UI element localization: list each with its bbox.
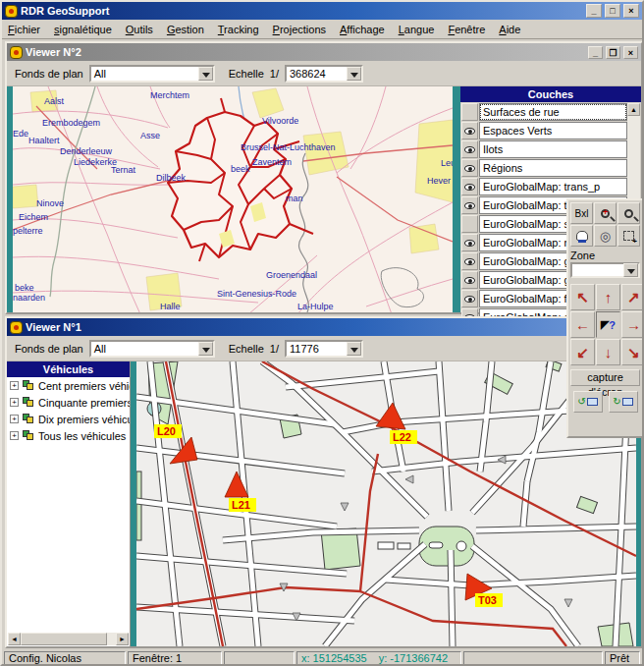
layer-row[interactable]: Ilots [461, 139, 627, 158]
echelle-label: Echelle [229, 68, 264, 80]
map-place-label: pelterre [13, 226, 43, 236]
scroll-right-icon[interactable]: ► [116, 633, 129, 645]
viewer2-minimize-button[interactable]: _ [588, 46, 603, 59]
capture-ecran-button[interactable]: capture d'écran [570, 369, 640, 386]
map-place-label: Ternat [111, 165, 136, 175]
menu-aide[interactable]: Aide [499, 24, 520, 35]
rotate-right-button[interactable]: ↻ [609, 391, 638, 413]
eye-icon[interactable] [461, 140, 478, 158]
menu-outils[interactable]: Outils [126, 24, 153, 35]
eye-icon[interactable] [461, 252, 478, 270]
scrollbar-thumb[interactable] [21, 633, 107, 645]
layer-row[interactable]: Surfaces de rue [461, 102, 627, 121]
pan-up-left-button[interactable]: ↖ [570, 284, 595, 310]
center-button[interactable]: ◎ [594, 225, 617, 247]
vehicle-marker-label[interactable]: L22 [393, 431, 411, 443]
viewer2-map-canvas[interactable]: Aalst Merchtem Erembodegem Ede Haaltert … [13, 86, 453, 312]
chevron-down-icon[interactable] [198, 342, 213, 356]
viewer1-fonds-combo[interactable]: All [89, 340, 215, 358]
eye-icon[interactable] [461, 178, 478, 195]
expand-icon[interactable]: + [10, 415, 19, 423]
magnifier-icon [624, 209, 633, 218]
layer-row[interactable]: Espaces Verts [461, 121, 627, 139]
viewer2-splitter[interactable] [453, 86, 460, 312]
expand-icon[interactable]: + [10, 398, 19, 407]
pan-up-button[interactable]: ↑ [596, 284, 620, 310]
pan-right-button[interactable]: → [621, 311, 644, 338]
tree-item-cinquante-premiers[interactable]: + Cinquante premiers v [7, 394, 130, 411]
expand-icon[interactable]: + [10, 431, 19, 440]
eye-icon[interactable] [461, 234, 478, 251]
viewer1-map-canvas[interactable]: L20 L21 L22 T03 [136, 361, 636, 646]
menu-projections[interactable]: Projections [273, 24, 326, 35]
map-place-label: Asse [140, 131, 160, 140]
vehicules-hscrollbar[interactable]: ◄ ► [8, 633, 129, 645]
tree-item-dix-premiers[interactable]: + Dix premiers véhicule [7, 411, 130, 427]
eye-icon[interactable] [461, 271, 478, 289]
viewer1-echelle-input[interactable] [287, 342, 347, 356]
vehicle-marker-triangle[interactable] [376, 403, 405, 429]
vehicle-marker-label[interactable]: T03 [478, 594, 497, 606]
pan-left-button[interactable]: ← [570, 311, 595, 338]
pan-down-right-button[interactable]: ↘ [621, 339, 644, 365]
map-place-label: Denderleeuw [60, 146, 113, 156]
scroll-left-icon[interactable]: ◄ [8, 633, 21, 645]
tree-item-cent-premiers[interactable]: + Cent premiers véhicu [7, 377, 130, 394]
vehicle-marker-label[interactable]: L21 [232, 499, 250, 511]
rotate-left-button[interactable]: ↺ [573, 391, 603, 413]
vehicules-header: Véhicules [7, 361, 130, 377]
layer-row[interactable]: Régions [461, 158, 627, 177]
pan-down-left-button[interactable]: ↙ [570, 339, 595, 365]
bxl-button[interactable]: Bxl [570, 202, 593, 224]
coord-x: x: 151254535 [301, 652, 367, 665]
viewer2-echelle-combo[interactable] [285, 65, 363, 83]
vehicle-marker-label[interactable]: L20 [157, 425, 176, 437]
menu-tracking[interactable]: Tracking [218, 24, 259, 35]
map-place-label: Aalst [44, 96, 65, 106]
maximize-button[interactable]: □ [605, 4, 620, 18]
viewer1-echelle-combo[interactable] [285, 340, 363, 358]
menu-fenetre[interactable]: Fenêtre [448, 24, 485, 35]
eye-icon[interactable] [461, 290, 478, 307]
zoom-in-button[interactable] [594, 202, 617, 224]
map-place-label: Merchtem [150, 90, 189, 100]
map-place-label: Halle [160, 302, 181, 311]
menu-signaletique[interactable]: signalétique [54, 24, 112, 35]
close-button[interactable]: × [623, 4, 639, 18]
layer-visibility-blank[interactable] [461, 103, 478, 121]
pan-up-right-button[interactable]: ↗ [621, 284, 644, 310]
chevron-down-icon[interactable] [347, 342, 361, 356]
pan-button[interactable] [570, 225, 593, 247]
menu-fichier[interactable]: Fichier [8, 24, 40, 35]
viewer2-echelle-input[interactable] [287, 67, 347, 81]
pan-arrow-grid: ↖ ↑ ↗ ← ◤? → ↙ ↓ ↘ [570, 284, 640, 365]
menu-affichage[interactable]: Affichage [340, 24, 385, 35]
pan-down-button[interactable]: ↓ [596, 339, 620, 365]
chevron-down-icon[interactable] [198, 67, 213, 81]
zoom-out-button[interactable] [617, 202, 640, 224]
tree-item-tous-vehicules[interactable]: + Tous les véhicules [7, 427, 130, 444]
layer-visibility-blank[interactable] [461, 215, 478, 233]
map-place-label: Brussel-Nat-Luchthaven [241, 142, 336, 152]
viewer2-fonds-combo[interactable]: All [89, 65, 215, 83]
viewer2-restore-button[interactable]: ❐ [606, 46, 620, 59]
zone-combo[interactable] [570, 262, 640, 278]
layer-row[interactable]: EuroGlobalMap: trans_p [461, 177, 627, 195]
fonds-de-plan-label: Fonds de plan [15, 343, 83, 355]
pointer-help-button[interactable]: ◤? [596, 311, 620, 338]
eye-icon[interactable] [461, 159, 478, 177]
chevron-down-icon[interactable] [623, 263, 638, 277]
viewer2-close-button[interactable]: × [623, 46, 638, 59]
chevron-down-icon[interactable] [347, 67, 361, 81]
vehicle-group-icon [23, 414, 34, 424]
eye-icon[interactable] [461, 196, 478, 214]
eye-icon[interactable] [461, 122, 478, 139]
scroll-up-icon[interactable]: ▲ [627, 103, 640, 116]
map-place-label: Dilbeek [156, 173, 187, 183]
menu-gestion[interactable]: Gestion [167, 24, 204, 35]
select-zone-button[interactable] [617, 225, 640, 247]
echelle-prefix: 1/ [270, 343, 279, 355]
menu-langue[interactable]: Langue [399, 24, 435, 35]
expand-icon[interactable]: + [10, 381, 19, 390]
minimize-button[interactable]: _ [586, 4, 602, 18]
